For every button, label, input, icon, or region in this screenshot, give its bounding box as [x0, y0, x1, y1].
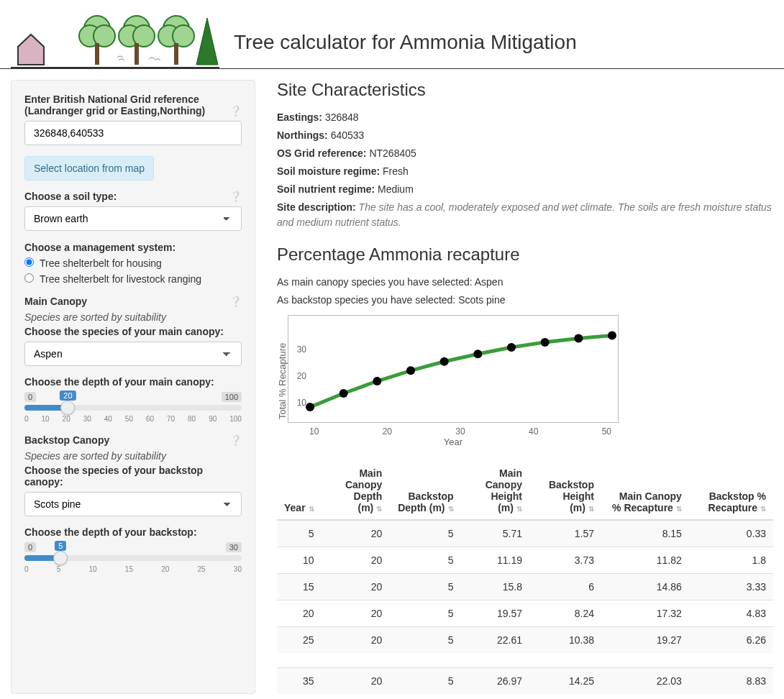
slider-ticks: 051015202530 — [24, 565, 242, 573]
table-header[interactable]: Backstop Depth (m) — [389, 462, 460, 520]
mgmt-label: Choose a management system: — [24, 242, 242, 253]
svg-text:30: 30 — [297, 344, 307, 355]
table-row: 3520526.9714.2522.038.83 — [277, 668, 773, 695]
sidebar: Enter British National Grid reference (L… — [11, 80, 255, 694]
svg-point-23 — [473, 350, 482, 358]
results-table: YearMain Canopy Depth (m)Backstop Depth … — [277, 462, 773, 694]
svg-point-27 — [608, 331, 616, 339]
sort-hint: Species are sorted by suitability — [24, 450, 242, 462]
table-row: 1520515.8614.863.33 — [277, 574, 773, 600]
chart: Total % Recapture 102030 1020304050 Year — [277, 315, 773, 447]
svg-point-18 — [306, 403, 314, 411]
mgmt-radio-livestock[interactable] — [24, 273, 34, 283]
table-header[interactable]: Main Canopy Depth (m) — [322, 462, 390, 520]
soil-select[interactable]: Brown earth — [24, 206, 242, 231]
page-title: Tree calculator for Ammonia Mitigation — [234, 31, 577, 54]
svg-rect-12 — [174, 43, 178, 65]
svg-marker-13 — [196, 18, 218, 65]
table-row: 1020511.193.7311.821.8 — [277, 547, 773, 574]
main-canopy-header: Main Canopy ❔ — [24, 296, 242, 307]
table-header[interactable]: Main Canopy % Recapture — [601, 462, 689, 520]
svg-point-21 — [406, 366, 415, 375]
table-header[interactable]: Year — [277, 462, 322, 520]
svg-marker-0 — [18, 35, 44, 65]
svg-rect-4 — [95, 43, 99, 65]
main-depth-slider[interactable]: 0 100 20 0102030405060708090100 — [24, 392, 242, 423]
table-row: 2020519.578.2417.324.83 — [277, 600, 773, 627]
help-icon[interactable]: ❔ — [229, 191, 242, 202]
recapture-line2: As backstop species you have selected: S… — [277, 293, 773, 308]
sort-hint: Species are sorted by suitability — [24, 311, 242, 323]
svg-text:10: 10 — [297, 398, 307, 408]
backstop-depth-label: Choose the depth of your backstop: — [24, 526, 242, 538]
desc-line: Site description: The site has a cool, m… — [277, 200, 773, 230]
mgmt-option-housing[interactable]: Tree shelterbelt for housing — [24, 257, 242, 269]
nutrient-line: Soil nutrient regime: Medium — [277, 182, 773, 197]
svg-point-20 — [373, 377, 381, 385]
svg-point-22 — [440, 357, 449, 366]
main-species-select[interactable]: Aspen — [24, 342, 242, 366]
table-row: 52055.711.578.150.33 — [277, 520, 773, 547]
recapture-heading: Percentage Ammonia recapture — [277, 245, 773, 265]
main-species-label: Choose the species of your main canopy: — [24, 326, 242, 337]
mgmt-radio-housing[interactable] — [24, 257, 34, 267]
backstop-species-select[interactable]: Scots pine — [24, 492, 242, 516]
svg-point-25 — [541, 338, 550, 347]
osgrid-line: OS Grid reference: NT268405 — [277, 146, 773, 161]
main-content: Site Characteristics Eastings: 326848 No… — [277, 80, 773, 694]
backstop-depth-slider[interactable]: 0 30 5 051015202530 — [24, 542, 242, 573]
northings-line: Northings: 640533 — [277, 128, 773, 143]
grid-input[interactable] — [24, 121, 242, 145]
main-depth-label: Choose the depth of your main canopy: — [24, 376, 242, 388]
table-header[interactable]: Backstop Height (m) — [529, 462, 601, 520]
header: Tree calculator for Ammonia Mitigation — [0, 0, 784, 69]
slider-handle[interactable] — [60, 401, 75, 415]
help-icon[interactable]: ❔ — [229, 296, 242, 307]
mgmt-option-livestock[interactable]: Tree shelterbelt for livestock ranging — [24, 273, 242, 285]
logo — [11, 7, 219, 68]
help-icon[interactable]: ❔ — [229, 434, 242, 446]
table-header[interactable]: Backstop % Recapture — [689, 462, 773, 520]
svg-text:20: 20 — [297, 371, 307, 381]
help-icon[interactable]: ❔ — [229, 105, 242, 116]
chart-svg: 102030 — [288, 315, 619, 423]
eastings-line: Eastings: 326848 — [277, 110, 773, 125]
backstop-header: Backstop Canopy ❔ — [24, 434, 242, 446]
moisture-line: Soil moisture regime: Fresh — [277, 164, 773, 179]
select-location-button[interactable]: Select location from map — [24, 156, 154, 181]
svg-rect-8 — [135, 43, 139, 65]
slider-ticks: 0102030405060708090100 — [24, 415, 242, 423]
soil-label: Choose a soil type: ❔ — [24, 191, 242, 202]
slider-handle[interactable] — [53, 551, 68, 565]
svg-point-26 — [574, 334, 583, 342]
svg-point-19 — [339, 389, 348, 398]
table-header[interactable]: Main Canopy Height (m) — [461, 462, 529, 520]
svg-point-24 — [507, 343, 516, 352]
backstop-species-label: Choose the species of your backstop cano… — [24, 465, 242, 488]
site-heading: Site Characteristics — [277, 80, 773, 100]
recapture-line1: As main canopy species you have selected… — [277, 275, 773, 290]
table-row: 2520522.6110.3819.276.26 — [277, 627, 773, 654]
grid-label: Enter British National Grid reference (L… — [24, 93, 242, 116]
